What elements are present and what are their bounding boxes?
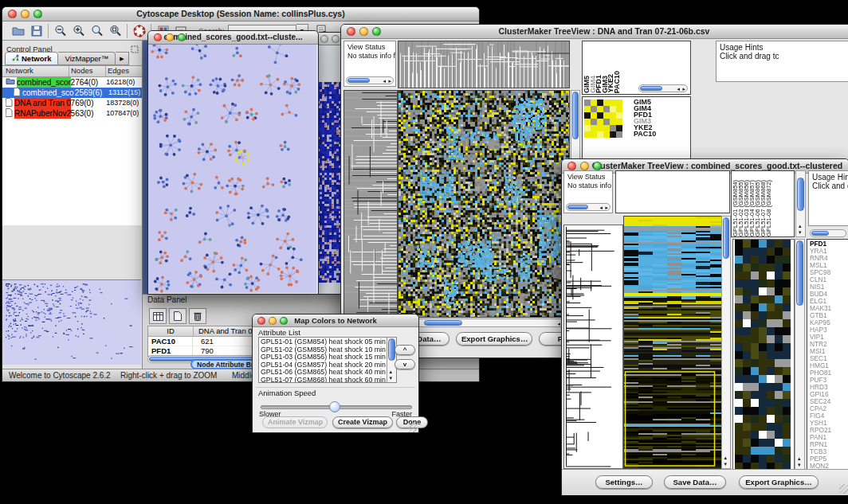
animate-vizmap-button[interactable]: Animate Vizmap xyxy=(262,416,328,428)
status-hint-zoom: Right-click + drag to ZOOM xyxy=(120,371,217,380)
zoom-in-icon[interactable] xyxy=(69,23,88,39)
tv1-row-labels: GIM5GIM4PFD1GIM3YKE2PAC10 xyxy=(634,99,656,137)
toolbar-separator xyxy=(48,24,49,38)
zoom-button[interactable] xyxy=(178,33,186,41)
tv1-labels-hscrollbar[interactable]: ◂▸ xyxy=(638,84,688,92)
network-canvas[interactable] xyxy=(148,45,316,293)
tv2-settings-button[interactable]: Settings… xyxy=(595,475,653,489)
minimize-button[interactable] xyxy=(580,162,589,170)
window-controls xyxy=(8,10,42,18)
open-folder-icon[interactable] xyxy=(9,23,27,39)
tv1-mini-heatmap[interactable] xyxy=(584,100,622,138)
edge-count: 107847(0) xyxy=(106,108,142,119)
file-icon xyxy=(6,108,14,119)
tv1-usage-hints: Usage Hints Click and drag tc xyxy=(716,41,848,82)
tv2-labels-vscrollbar[interactable]: ▴▾ xyxy=(795,170,806,237)
zoom-fit-icon[interactable] xyxy=(88,23,106,39)
minimize-button[interactable] xyxy=(359,27,368,36)
treeview-combined-title: ClusterMaker TreeView : combined_scores_… xyxy=(568,161,842,170)
col-header-network[interactable]: Network xyxy=(2,66,69,76)
attribute-listbox[interactable]: GPL51-01 (GSM854) heat shock 05 minGPL51… xyxy=(258,337,397,383)
close-button[interactable] xyxy=(347,27,355,36)
tab-network[interactable]: Network xyxy=(5,52,58,65)
float-panel-icon[interactable] xyxy=(131,42,139,57)
col-header-nodes[interactable]: Nodes xyxy=(69,66,106,76)
tv2-gene-list[interactable]: PFD1YRA1RNR4MSL1SPC98CLN1NIS1BUD4ELG1MAK… xyxy=(807,239,848,470)
new-document-icon[interactable] xyxy=(169,308,186,324)
tv2-usage-hscrollbar[interactable] xyxy=(810,229,846,237)
close-button[interactable] xyxy=(154,33,162,41)
move-down-button[interactable]: v xyxy=(395,359,415,369)
tv2-zoom-vscrollbar[interactable]: ▴▾ xyxy=(795,239,805,470)
tv2-column-dendrogram[interactable] xyxy=(615,170,730,213)
usage-hints-text: Click and drag to xyxy=(809,182,848,190)
tv1-heatmap-hscrollbar[interactable]: ◂▸ xyxy=(398,318,568,327)
node-count: 769(0) xyxy=(71,98,107,108)
close-button[interactable] xyxy=(8,10,17,18)
array-column-label: PAC10 xyxy=(614,71,621,93)
trash-icon[interactable] xyxy=(189,308,206,324)
main-titlebar[interactable]: Cytoscape Desktop (Session Name: collins… xyxy=(2,7,479,21)
tv1-zoom-panel[interactable]: GIM5GIM4PFD1GIM3YKE2PAC10 xyxy=(582,96,691,160)
network-tree-row[interactable]: combined_scores2764(0)16218(0) xyxy=(2,77,142,88)
minimize-button[interactable] xyxy=(21,10,29,18)
zoom-button[interactable] xyxy=(280,317,288,325)
close-button[interactable] xyxy=(257,317,265,325)
minimize-button[interactable] xyxy=(269,317,277,325)
network-tree-row[interactable]: combined_sco2569(6)13112(15) xyxy=(2,88,142,98)
network-overview-canvas[interactable] xyxy=(2,279,141,365)
tv2-global-heatmap[interactable] xyxy=(623,216,722,469)
tab-vizmapper[interactable]: VizMapper™ xyxy=(58,52,116,65)
resize-grip[interactable] xyxy=(409,423,418,432)
tv2-save-data-button[interactable]: Save Data… xyxy=(664,475,726,489)
control-panel: Control Panel Network VizMapper™ ▶ Netwo… xyxy=(2,41,143,369)
help-lifesaver-icon[interactable] xyxy=(130,23,148,39)
attribute-list-item[interactable]: GPL51-07 (GSM868) heat shock 60 min xyxy=(261,377,396,384)
usage-hints-title: Usage Hints xyxy=(716,41,848,52)
tab-overflow-arrow[interactable]: ▶ xyxy=(116,52,128,65)
network-name: RNAPuberNov2+ xyxy=(14,108,71,119)
tv1-column-labels-panel[interactable]: GIM5GIM4PFD1GIM3YKE2PAC10 ◂▸ xyxy=(582,41,691,95)
map-dialog-title: Map Colors to Network xyxy=(294,316,376,325)
close-button[interactable] xyxy=(567,162,576,170)
minimize-button[interactable] xyxy=(332,35,340,43)
tv2-zoom-heatmap[interactable] xyxy=(732,239,795,470)
minimize-button[interactable] xyxy=(166,33,174,41)
resize-grip[interactable] xyxy=(839,484,848,494)
animation-speed-slider[interactable] xyxy=(261,401,410,411)
zoom-button[interactable] xyxy=(372,27,381,36)
tv2-heatmap-vscrollbar[interactable]: ▴▾ xyxy=(721,216,731,469)
tv1-view-status: View Status No status info f ◂▸ xyxy=(344,41,396,87)
tv1-column-dendrogram[interactable] xyxy=(398,41,570,88)
network-tab-icon xyxy=(12,54,19,63)
toolbar-separator xyxy=(127,24,128,38)
zoom-button[interactable] xyxy=(33,10,42,18)
network-tree-row[interactable]: RNAPuberNov2+563(0)107847(0) xyxy=(2,108,142,119)
node-count: 2764(0) xyxy=(71,77,107,88)
tv2-export-graphics-button[interactable]: Export Graphics… xyxy=(739,475,819,489)
view-status-text: No status info f xyxy=(344,52,395,61)
table-icon[interactable] xyxy=(149,308,167,324)
network-name: DNA and Tran 07 xyxy=(14,98,71,108)
move-up-button[interactable]: ^ xyxy=(395,345,415,355)
tv2-row-dendrogram[interactable] xyxy=(563,225,623,469)
attribute-list-vscrollbar[interactable]: ▴▾ xyxy=(387,338,396,382)
zoom-button[interactable] xyxy=(593,162,602,170)
slider-thumb[interactable] xyxy=(329,401,340,412)
tv1-global-heatmap[interactable] xyxy=(398,90,570,318)
data-col-id[interactable]: ID xyxy=(148,326,194,336)
col-header-edges[interactable]: Edges xyxy=(106,66,129,76)
create-vizmap-button[interactable]: Create Vizmap xyxy=(332,416,393,428)
tv1-status-hscrollbar[interactable]: ◂▸ xyxy=(346,76,394,84)
tv2-column-labels-panel[interactable]: GPL51-01 (GSM854)GPL51-02 (GSM855)GPL51-… xyxy=(731,170,795,237)
tv2-status-hscrollbar[interactable]: ◂▸ xyxy=(566,203,610,211)
attribute-list-label: Attribute List xyxy=(258,328,300,337)
tv1-export-graphics-button[interactable]: Export Graphics… xyxy=(456,332,532,346)
save-icon[interactable] xyxy=(27,23,45,39)
close-button[interactable] xyxy=(320,35,328,43)
network-tree-row[interactable]: DNA and Tran 07769(0)183728(0) xyxy=(2,98,142,108)
zoom-out-icon[interactable] xyxy=(51,23,69,39)
control-panel-title: Control Panel xyxy=(2,45,53,53)
tv1-row-dendrogram[interactable] xyxy=(344,90,398,318)
zoom-selected-icon[interactable] xyxy=(106,23,124,39)
